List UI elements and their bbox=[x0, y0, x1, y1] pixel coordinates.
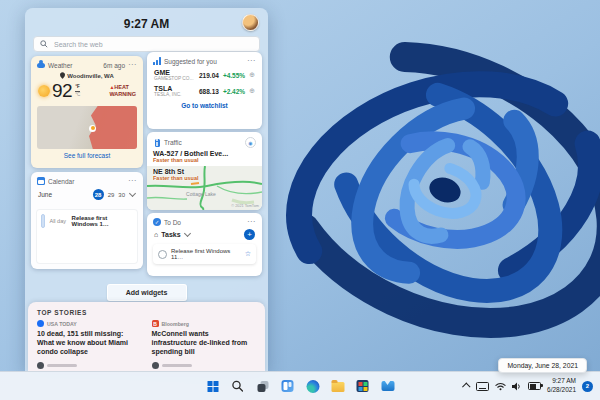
story-source: Bloomberg bbox=[162, 321, 189, 327]
go-to-watchlist-link[interactable]: Go to watchlist bbox=[147, 99, 262, 109]
event-title: Release first Windows 1… bbox=[72, 215, 133, 227]
stocks-widget[interactable]: Suggested for you ⋯ GME GAMESTOP CO... 2… bbox=[147, 52, 262, 129]
story-headline: 10 dead, 151 still missing: What we know… bbox=[37, 329, 142, 356]
weather-title: Weather bbox=[48, 62, 72, 69]
calendar-widget[interactable]: Calendar ⋯ June 28 29 30 All day Release… bbox=[31, 172, 143, 269]
traffic-route-name: WA-527 / Bothell Eve... bbox=[153, 150, 256, 157]
traffic-map[interactable]: NE 8th St Faster than usual Cottage Lake… bbox=[147, 166, 262, 210]
stocks-menu-icon[interactable]: ⋯ bbox=[247, 59, 256, 63]
stocks-chart-icon bbox=[153, 57, 161, 65]
user-avatar[interactable] bbox=[242, 14, 259, 31]
news-story[interactable] bbox=[37, 362, 142, 369]
widgets-button[interactable] bbox=[280, 378, 296, 394]
microsoft-store-button[interactable] bbox=[355, 378, 371, 394]
todo-title: To Do bbox=[164, 219, 181, 226]
clock-time: 9:27 AM bbox=[547, 377, 576, 386]
todo-widget[interactable]: ✓ To Do ⋯ ⌂ Tasks + Release first Window… bbox=[147, 213, 262, 276]
calendar-day-selected[interactable]: 28 bbox=[93, 189, 104, 200]
temperature-value: 92 bbox=[52, 80, 72, 102]
add-to-watchlist-icon[interactable]: ⊕ bbox=[249, 87, 255, 95]
news-story[interactable]: USA TODAY 10 dead, 151 still missing: Wh… bbox=[37, 320, 142, 356]
todo-check-icon: ✓ bbox=[153, 218, 161, 226]
calendar-day[interactable]: 30 bbox=[118, 192, 125, 198]
traffic-route-status: Faster than usual bbox=[153, 157, 256, 163]
clock-date: 6/28/2021 bbox=[547, 386, 576, 395]
traffic-route-name: NE 8th St bbox=[153, 168, 199, 175]
chevron-down-icon[interactable] bbox=[129, 190, 136, 197]
stocks-title: Suggested for you bbox=[164, 58, 217, 65]
news-source-logo bbox=[152, 362, 159, 369]
stock-symbol: GME bbox=[154, 69, 196, 76]
home-icon: ⌂ bbox=[154, 231, 158, 238]
widgets-panel: 9:27 AM Weather 6m ago ⋯ Woodinvil bbox=[25, 8, 268, 372]
star-icon[interactable]: ☆ bbox=[245, 250, 251, 258]
weather-menu-icon[interactable]: ⋯ bbox=[128, 63, 137, 67]
touch-keyboard-icon[interactable] bbox=[476, 382, 489, 391]
add-widgets-button[interactable]: Add widgets bbox=[107, 284, 187, 301]
date-tooltip: Monday, June 28, 2021 bbox=[498, 358, 587, 373]
traffic-light-icon bbox=[153, 139, 161, 147]
edge-button[interactable] bbox=[305, 378, 321, 394]
taskbar-clock[interactable]: 9:27 AM 6/28/2021 bbox=[547, 377, 576, 395]
location-pin-icon bbox=[60, 72, 65, 79]
partial-story-row bbox=[28, 356, 265, 369]
todo-menu-icon[interactable]: ⋯ bbox=[247, 220, 256, 224]
battery-icon[interactable] bbox=[528, 382, 541, 390]
tray-overflow-chevron-icon[interactable] bbox=[462, 382, 470, 390]
news-source-logo bbox=[37, 362, 44, 369]
web-search-bar[interactable] bbox=[33, 36, 260, 52]
weather-widget[interactable]: Weather 6m ago ⋯ Woodinville, WA 92 °F °… bbox=[31, 56, 143, 168]
mail-button[interactable] bbox=[380, 378, 396, 394]
usa-today-logo bbox=[37, 320, 44, 327]
story-source: USA TODAY bbox=[47, 321, 77, 327]
weather-map[interactable] bbox=[37, 106, 137, 149]
todo-task-row[interactable]: Release first Windows 11… ☆ bbox=[153, 244, 256, 264]
weather-updated: 6m ago bbox=[103, 62, 125, 69]
file-explorer-button[interactable] bbox=[330, 378, 346, 394]
stock-row[interactable]: TSLA TESLA, INC. 688.13 +2.42% ⊕ bbox=[147, 83, 262, 99]
stock-row[interactable]: GME GAMESTOP CO... 219.04 +4.55% ⊕ bbox=[147, 67, 262, 83]
mail-envelope-icon bbox=[381, 381, 394, 391]
calendar-day[interactable]: 29 bbox=[108, 192, 115, 198]
notification-count-badge[interactable]: 2 bbox=[582, 381, 593, 392]
calendar-menu-icon[interactable]: ⋯ bbox=[128, 179, 137, 183]
stock-change: +4.55% bbox=[223, 72, 245, 79]
todo-list-name[interactable]: Tasks bbox=[161, 231, 180, 238]
sun-icon bbox=[38, 85, 50, 97]
task-checkbox[interactable] bbox=[158, 250, 167, 259]
traffic-locate-icon[interactable]: ◉ bbox=[245, 137, 256, 148]
add-to-watchlist-icon[interactable]: ⊕ bbox=[249, 71, 255, 79]
search-icon bbox=[232, 380, 244, 392]
event-time: All day bbox=[49, 218, 67, 224]
top-stories-heading: TOP STORIES bbox=[28, 302, 265, 320]
stock-company: TESLA, INC. bbox=[154, 92, 196, 97]
volume-icon[interactable] bbox=[512, 382, 522, 391]
wifi-icon[interactable] bbox=[495, 382, 506, 391]
add-task-button[interactable]: + bbox=[244, 229, 255, 240]
weather-location: Woodinville, WA bbox=[67, 73, 114, 79]
windows-logo-icon bbox=[207, 381, 218, 392]
unit-toggle[interactable]: °F °C bbox=[75, 84, 80, 98]
traffic-widget[interactable]: Traffic ◉ WA-527 / Bothell Eve... Faster… bbox=[147, 132, 262, 210]
task-title: Release first Windows 11… bbox=[171, 248, 241, 260]
calendar-icon bbox=[37, 177, 45, 185]
task-view-icon bbox=[257, 381, 268, 392]
start-button[interactable] bbox=[205, 378, 221, 394]
heat-advisory-region bbox=[89, 106, 137, 149]
chevron-down-icon[interactable] bbox=[184, 230, 191, 237]
calendar-event[interactable]: All day Release first Windows 1… bbox=[36, 209, 138, 233]
stock-symbol: TSLA bbox=[154, 85, 196, 92]
news-story[interactable]: B Bloomberg McConnell wants infrastructu… bbox=[152, 320, 257, 356]
store-icon bbox=[357, 380, 369, 392]
task-view-button[interactable] bbox=[255, 378, 271, 394]
panel-clock: 9:27 AM bbox=[25, 17, 268, 31]
taskbar-search-button[interactable] bbox=[230, 378, 246, 394]
heat-warning-badge: ▲HEAT WARNING bbox=[109, 84, 136, 98]
search-input[interactable] bbox=[52, 40, 253, 49]
weather-map-marker bbox=[89, 125, 96, 132]
news-story[interactable] bbox=[152, 362, 257, 369]
see-full-forecast-link[interactable]: See full forecast bbox=[31, 149, 143, 159]
widgets-icon bbox=[282, 380, 294, 392]
calendar-month: June bbox=[38, 191, 52, 198]
stock-company: GAMESTOP CO... bbox=[154, 76, 196, 81]
